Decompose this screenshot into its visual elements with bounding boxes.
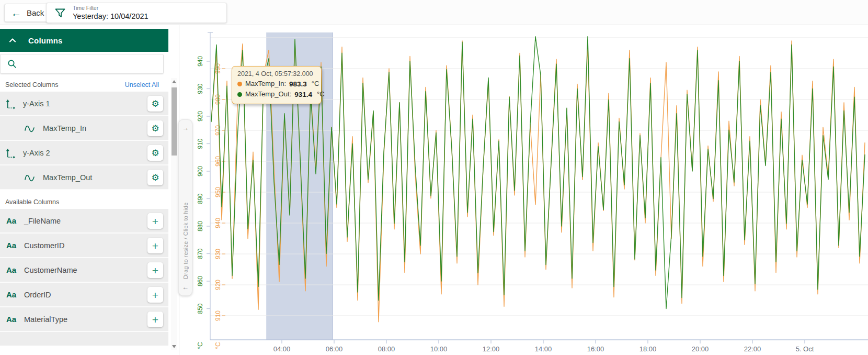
arrow-right-icon: → — [182, 124, 189, 132]
available-row-orderid[interactable]: Aa OrderID + — [0, 283, 168, 307]
svg-text:10:00: 10:00 — [430, 345, 448, 353]
sidebar-resize-divider[interactable]: → Drag to resize / Click to hide ← — [178, 119, 192, 296]
selected-row-y-axis-2[interactable]: y-Axis 2 ⚙ — [0, 141, 168, 165]
series-row-label: MaxTemp_In — [43, 124, 86, 132]
svg-text:12:00: 12:00 — [483, 345, 500, 353]
plus-icon: + — [152, 290, 158, 301]
columns-panel-title: Columns — [28, 36, 63, 45]
column-search-box[interactable] — [0, 54, 164, 74]
add-column-button[interactable]: + — [147, 238, 163, 253]
available-columns-label: Available Columns — [5, 198, 59, 206]
tooltip-timestamp: 2021, 4 Oct, 05:57:32.000 — [237, 70, 316, 77]
partially-visible-row — [0, 332, 168, 346]
plus-icon: + — [152, 216, 158, 227]
svg-text:20:00: 20:00 — [692, 345, 709, 353]
tooltip-row-maxtemp-in: MaxTemp_In: 983.3 °C — [237, 79, 316, 90]
selected-columns-label: Selected Columns — [5, 81, 58, 88]
svg-text:18:00: 18:00 — [639, 345, 657, 353]
tooltip-series-value: 931.4 — [294, 90, 312, 100]
time-filter-texts: Time Filter Yesterday: 10/04/2021 — [73, 5, 149, 21]
scroll-down-arrow-icon[interactable] — [172, 345, 176, 348]
series-dot-orange — [237, 82, 242, 86]
selected-row-maxtemp-in[interactable]: MaxTemp_In ⚙ — [0, 116, 168, 141]
text-type-icon: Aa — [6, 290, 16, 299]
svg-text:06:00: 06:00 — [326, 345, 343, 353]
available-row-label: OrderID — [24, 291, 51, 299]
top-bar: ← Back Time Filter Yesterday: 10/04/2021 — [0, 0, 868, 25]
plus-icon: + — [152, 314, 158, 325]
available-row-materialtype[interactable]: Aa MaterialType + — [0, 307, 168, 332]
axis-row-label: y-Axis 2 — [23, 149, 50, 157]
svg-text:°C: °C — [197, 342, 204, 349]
available-row-customername[interactable]: Aa CustomerName + — [0, 258, 168, 283]
add-column-button[interactable]: + — [147, 287, 163, 303]
gear-icon: ⚙ — [151, 173, 159, 182]
search-icon — [7, 59, 17, 69]
svg-text:850: 850 — [197, 303, 204, 314]
axis-settings-button[interactable]: ⚙ — [147, 145, 163, 161]
svg-text:°C: °C — [214, 342, 222, 349]
selected-row-y-axis-1[interactable]: y-Axis 1 ⚙ — [0, 92, 168, 116]
sidebar-scrollbar[interactable] — [171, 78, 177, 350]
divider-label: Drag to resize / Click to hide — [182, 136, 189, 279]
tooltip-series-value: 983.3 — [289, 79, 307, 90]
gear-icon: ⚙ — [151, 99, 159, 108]
svg-text:940: 940 — [197, 56, 204, 66]
text-type-icon: Aa — [6, 265, 16, 274]
available-row-label: _FileName — [24, 217, 61, 225]
svg-text:22:00: 22:00 — [744, 345, 761, 353]
plus-icon: + — [152, 265, 158, 276]
available-columns-header: Available Columns — [0, 190, 168, 209]
series-settings-button[interactable]: ⚙ — [147, 120, 163, 136]
selected-columns-header: Selected Columns Unselect All — [0, 78, 168, 92]
wave-icon — [23, 123, 37, 135]
add-column-button[interactable]: + — [147, 312, 163, 327]
arrow-left-icon: ← — [11, 8, 21, 18]
tooltip-series-name: MaxTemp_In: — [245, 79, 286, 89]
plus-icon: + — [152, 240, 158, 251]
time-filter-label: Time Filter — [73, 5, 149, 12]
svg-text:940: 940 — [214, 218, 222, 228]
search-input[interactable] — [21, 56, 163, 72]
svg-text:5. Oct: 5. Oct — [796, 345, 814, 353]
svg-text:910: 910 — [197, 138, 204, 149]
unselect-all-link[interactable]: Unselect All — [125, 81, 159, 88]
tooltip-series-unit: °C — [317, 90, 325, 99]
series-settings-button[interactable]: ⚙ — [147, 170, 163, 185]
arrow-left-icon: ← — [182, 283, 189, 291]
svg-text:900: 900 — [197, 166, 204, 176]
time-filter-value: Yesterday: 10/04/2021 — [73, 12, 149, 21]
gear-icon: ⚙ — [151, 149, 159, 158]
available-row-customerid[interactable]: Aa CustomerID + — [0, 234, 168, 258]
add-column-button[interactable]: + — [147, 213, 163, 229]
gear-icon: ⚙ — [151, 124, 159, 133]
text-type-icon: Aa — [6, 241, 16, 250]
svg-text:920: 920 — [197, 111, 204, 121]
available-row-label: CustomerName — [24, 266, 77, 274]
wave-icon — [23, 172, 37, 184]
tooltip-series-name: MaxTemp_Out: — [245, 90, 291, 99]
tooltip-row-maxtemp-out: MaxTemp_Out: 931.4 °C — [237, 90, 316, 100]
svg-text:08:00: 08:00 — [378, 345, 395, 353]
y-axis-icon — [5, 147, 17, 159]
scrollbar-thumb[interactable] — [172, 87, 177, 156]
tooltip-series-unit: °C — [312, 79, 319, 89]
back-label: Back — [27, 8, 44, 17]
svg-text:870: 870 — [197, 248, 204, 259]
add-column-button[interactable]: + — [147, 262, 163, 278]
chart-area[interactable]: 940930920910900890880870860850°C99098097… — [180, 25, 868, 355]
svg-text:14:00: 14:00 — [535, 345, 552, 353]
axis-settings-button[interactable]: ⚙ — [147, 96, 163, 112]
selected-row-maxtemp-out[interactable]: MaxTemp_Out ⚙ — [0, 165, 168, 190]
time-filter-button[interactable]: Time Filter Yesterday: 10/04/2021 — [46, 3, 227, 23]
svg-text:920: 920 — [214, 280, 222, 290]
available-row-filename[interactable]: Aa _FileName + — [0, 209, 168, 234]
columns-panel-header[interactable]: Columns — [0, 29, 168, 52]
text-type-icon: Aa — [6, 216, 16, 225]
svg-text:890: 890 — [197, 193, 204, 204]
available-row-label: MaterialType — [24, 315, 67, 324]
columns-sidebar: Columns Selected Columns Unselect All y-… — [0, 25, 179, 355]
scroll-up-arrow-icon[interactable] — [172, 80, 176, 83]
svg-text:910: 910 — [214, 310, 222, 321]
svg-text:970: 970 — [214, 125, 222, 136]
